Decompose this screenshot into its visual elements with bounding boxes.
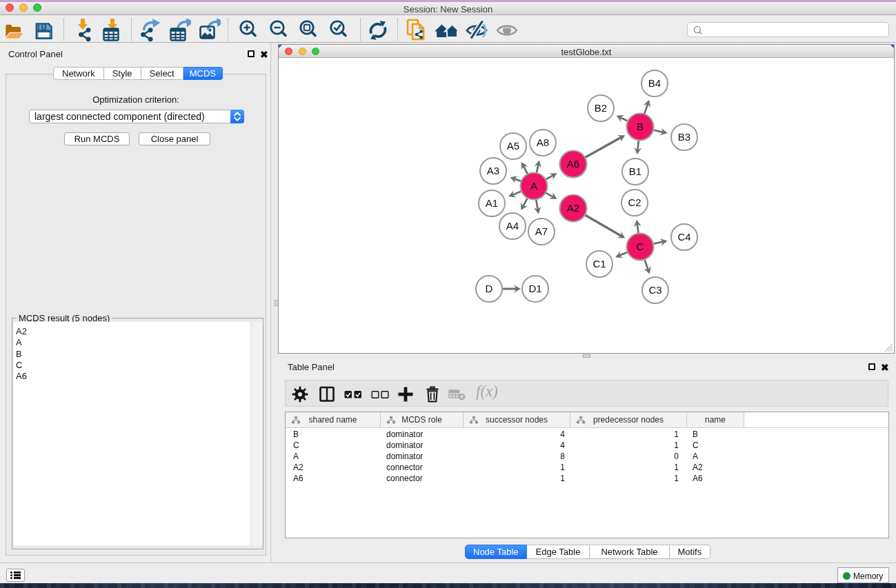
svg-text:A7: A7 bbox=[535, 225, 548, 237]
svg-text:C3: C3 bbox=[648, 284, 661, 296]
svg-text:B3: B3 bbox=[678, 131, 690, 143]
svg-text:B2: B2 bbox=[595, 102, 607, 114]
svg-text:B1: B1 bbox=[629, 165, 641, 177]
svg-text:B4: B4 bbox=[648, 77, 661, 89]
svg-text:A1: A1 bbox=[486, 197, 498, 209]
svg-text:A6: A6 bbox=[567, 158, 579, 170]
svg-text:D: D bbox=[486, 283, 493, 294]
svg-text:A8: A8 bbox=[537, 136, 549, 148]
svg-text:A2: A2 bbox=[567, 202, 579, 214]
svg-text:C: C bbox=[637, 241, 644, 252]
svg-text:C2: C2 bbox=[628, 196, 641, 208]
svg-text:C1: C1 bbox=[593, 258, 606, 270]
svg-text:D1: D1 bbox=[528, 283, 541, 294]
svg-text:B: B bbox=[637, 121, 644, 132]
svg-text:A5: A5 bbox=[507, 140, 519, 152]
svg-text:A3: A3 bbox=[487, 165, 499, 176]
svg-text:A4: A4 bbox=[506, 220, 519, 232]
svg-text:A: A bbox=[530, 180, 537, 192]
svg-text:C4: C4 bbox=[677, 231, 690, 243]
